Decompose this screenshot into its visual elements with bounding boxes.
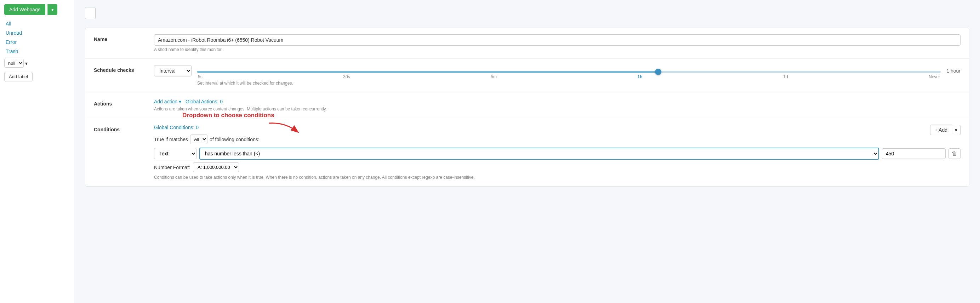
schedule-inner-row: Interval 5s 30s 5m 1h <box>154 65 961 86</box>
slider-container: 5s 30s 5m 1h 1d Never Set interval at wh… <box>197 65 941 86</box>
sidebar-label-row: null ▾ <box>0 56 74 70</box>
annotation-arrow <box>267 121 303 136</box>
name-content: A short name to identify this monitor. <box>154 34 961 52</box>
actions-row: Actions Add action ▾ Global Actions: 0 A… <box>85 92 969 118</box>
annotation-container: Global Conditions: 0 Dropdown to choose … <box>154 125 199 133</box>
sidebar-link-unread[interactable]: Unread <box>6 30 22 36</box>
slider-fill <box>197 71 658 73</box>
slider-mark-5m: 5m <box>491 75 497 79</box>
actions-content: Add action ▾ Global Actions: 0 Actions a… <box>154 99 961 111</box>
trash-icon: 🗑 <box>952 151 957 157</box>
sidebar-link-all[interactable]: All <box>6 21 11 27</box>
name-hint: A short name to identify this monitor. <box>154 47 961 52</box>
true-if-row: True if matches All of following conditi… <box>154 135 961 144</box>
schedule-label: Schedule checks <box>94 65 147 73</box>
schedule-row: Schedule checks Interval 5s <box>85 59 969 92</box>
cancel-button[interactable] <box>85 7 95 19</box>
slider-labels: 5s 30s 5m 1h 1d Never <box>197 75 941 79</box>
slider-mark-1d: 1d <box>783 75 788 79</box>
slider-mark-never: Never <box>929 75 940 79</box>
label-select[interactable]: null <box>4 59 24 68</box>
form-section: Name A short name to identify this monit… <box>85 28 969 187</box>
sidebar-nav: All Unread Error Trash <box>0 19 74 56</box>
actions-buttons-row: Add action ▾ Global Actions: 0 <box>154 99 961 105</box>
add-label-button[interactable]: Add label <box>4 72 33 81</box>
slider-thumb[interactable] <box>655 69 661 75</box>
sidebar-link-trash[interactable]: Trash <box>6 49 18 54</box>
slider-mark-5s: 5s <box>198 75 202 79</box>
actions-hint: Actions are taken when source content ch… <box>154 106 961 111</box>
global-conditions-link[interactable]: Global Conditions: 0 <box>154 125 199 130</box>
schedule-content: Interval 5s 30s 5m 1h <box>154 65 961 86</box>
actions-label: Actions <box>94 99 147 106</box>
add-condition-dropdown-button[interactable]: ▾ <box>952 125 961 135</box>
top-bar <box>85 7 969 19</box>
conditions-hint: Conditions can be used to take actions o… <box>154 175 961 180</box>
condition-row: Text has number less than (<) 🗑 <box>154 148 961 160</box>
add-condition-group: + Add ▾ <box>930 125 961 135</box>
add-webpage-dropdown-button[interactable]: ▾ <box>48 4 57 15</box>
conditions-content: Global Conditions: 0 Dropdown to choose … <box>154 125 961 180</box>
sidebar-header: Add Webpage ▾ <box>0 4 74 19</box>
condition-op-select[interactable]: has number less than (<) <box>199 148 879 160</box>
main-content: Name A short name to identify this monit… <box>74 0 980 303</box>
sidebar: Add Webpage ▾ All Unread Error Trash nul… <box>0 0 74 303</box>
sidebar-item-error[interactable]: Error <box>4 38 70 47</box>
add-action-button[interactable]: Add action ▾ <box>154 99 181 105</box>
conditions-row: Conditions Global Conditions: 0 Dropdown… <box>85 118 969 186</box>
schedule-hint: Set interval at which it will be checked… <box>197 81 941 86</box>
slider-track[interactable] <box>197 71 941 73</box>
sidebar-link-error[interactable]: Error <box>6 39 17 45</box>
sidebar-item-unread[interactable]: Unread <box>4 28 70 38</box>
delete-condition-button[interactable]: 🗑 <box>948 148 961 159</box>
true-if-select[interactable]: All <box>190 135 207 144</box>
label-select-arrow: ▾ <box>25 60 28 66</box>
true-if-prefix: True if matches <box>154 136 188 142</box>
slider-value-display: 1 hour <box>947 65 961 74</box>
name-label: Name <box>94 34 147 42</box>
true-if-suffix: of following conditions: <box>210 136 259 142</box>
number-format-row: Number Format: A: 1,000,000.00 <box>154 162 961 172</box>
slider-mark-1h: 1h <box>638 75 643 79</box>
add-condition-button[interactable]: + Add <box>930 125 952 135</box>
number-format-select[interactable]: A: 1,000,000.00 <box>193 162 239 172</box>
name-row: Name A short name to identify this monit… <box>85 28 969 59</box>
name-input[interactable] <box>154 34 961 46</box>
condition-type-select[interactable]: Text <box>154 148 197 159</box>
add-webpage-button[interactable]: Add Webpage <box>4 4 45 15</box>
number-format-label: Number Format: <box>154 165 190 170</box>
condition-value-input[interactable] <box>882 148 946 159</box>
global-actions-button[interactable]: Global Actions: 0 <box>186 99 223 105</box>
sidebar-item-all[interactable]: All <box>4 19 70 28</box>
sidebar-item-trash[interactable]: Trash <box>4 47 70 56</box>
conditions-label: Conditions <box>94 125 147 132</box>
schedule-interval-select[interactable]: Interval <box>154 65 191 76</box>
slider-mark-30s: 30s <box>343 75 350 79</box>
